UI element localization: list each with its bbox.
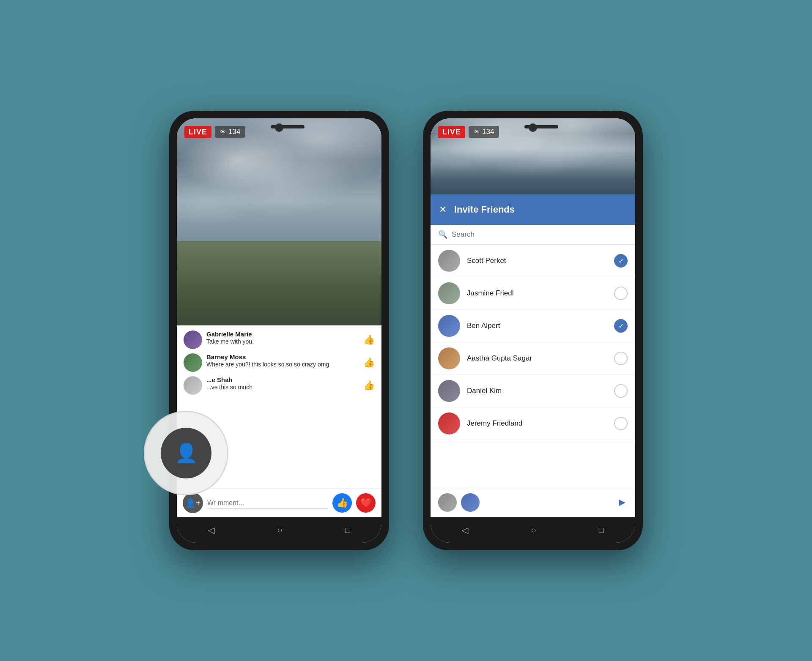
nav-recents[interactable]: □	[345, 525, 350, 535]
selected-avatar-scott	[438, 493, 457, 512]
select-checkbox-ben[interactable]: ✓	[614, 319, 628, 333]
comment-text: Take me with you.	[206, 338, 359, 346]
select-checkbox-scott[interactable]: ✓	[614, 254, 628, 268]
comment-body: Barney Moss Where are you?! this looks s…	[206, 353, 359, 369]
nav-back[interactable]: ◁	[208, 525, 214, 535]
comment-row: Gabrielle Marie Take me with you. 👍	[184, 330, 375, 349]
live-badge: LIVE	[438, 126, 465, 138]
right-phone: LIVE 👁 134 ✕ Invite Friends 🔍 Scott Perk…	[423, 111, 643, 550]
friend-avatar-ben	[438, 315, 460, 337]
comment-name: ...e Shah	[206, 376, 359, 383]
select-checkbox-jeremy[interactable]	[614, 417, 628, 430]
left-phone: LIVE 👁 134 Gabrielle Marie Take me with …	[169, 111, 389, 550]
friend-list: Scott Perket ✓ Jasmine Friedl Ben Alpert…	[431, 245, 635, 487]
live-badge: LIVE	[184, 126, 211, 138]
nav-bar-right: ◁ ○ □	[431, 517, 635, 543]
like-button[interactable]: 👍	[363, 334, 375, 345]
add-friend-big-button[interactable]: 👤	[161, 428, 211, 478]
friend-avatar-aastha	[438, 347, 460, 369]
video-land	[177, 241, 381, 325]
friend-avatar-jeremy	[438, 412, 460, 434]
friend-avatar-scott	[438, 250, 460, 272]
comment-text: ...ve this so much	[206, 383, 359, 392]
like-button[interactable]: 👍	[363, 357, 375, 368]
viewer-count: 👁 134	[469, 126, 499, 138]
invite-title: Invite Friends	[454, 204, 515, 215]
viewer-number: 134	[228, 128, 240, 136]
friend-row-scott[interactable]: Scott Perket ✓	[431, 245, 635, 277]
friend-row-aastha[interactable]: Aastha Gupta Sagar	[431, 342, 635, 375]
nav-recents-right[interactable]: □	[599, 525, 604, 535]
eye-icon: 👁	[220, 128, 226, 135]
friend-avatar-daniel	[438, 380, 460, 402]
avatar	[184, 376, 202, 395]
friend-name-jeremy: Jeremy Friedland	[467, 419, 614, 428]
invite-header: ✕ Invite Friends	[431, 194, 635, 225]
viewer-number: 134	[482, 128, 494, 136]
comment-body: ...e Shah ...ve this so much	[206, 376, 359, 392]
friend-avatar-jasmine	[438, 282, 460, 304]
live-video: LIVE 👁 134	[177, 118, 381, 325]
send-button[interactable]: ►	[617, 496, 628, 509]
comment-text: Where are you?! this looks so so so craz…	[206, 361, 359, 369]
friend-name-jasmine: Jasmine Friedl	[467, 289, 614, 298]
floating-add-friend-overlay: 👤	[144, 411, 228, 495]
thumbs-up-button[interactable]: 👍	[332, 493, 352, 513]
right-phone-screen: LIVE 👁 134 ✕ Invite Friends 🔍 Scott Perk…	[431, 118, 635, 543]
invite-bottom-bar: ►	[431, 487, 635, 517]
comment-row: ...e Shah ...ve this so much 👍	[184, 376, 375, 395]
friend-name-ben: Ben Alpert	[467, 322, 614, 330]
close-button[interactable]: ✕	[439, 204, 447, 215]
avatar	[184, 353, 202, 372]
friend-name-daniel: Daniel Kim	[467, 387, 614, 395]
react-button[interactable]: ❤️	[356, 493, 376, 513]
select-checkbox-aastha[interactable]	[614, 352, 628, 365]
comment-input[interactable]	[207, 497, 328, 509]
comment-body: Gabrielle Marie Take me with you.	[206, 330, 359, 346]
search-icon: 🔍	[438, 230, 447, 239]
like-button[interactable]: 👍	[363, 380, 375, 391]
search-bar: 🔍	[431, 225, 635, 245]
friend-row-jasmine[interactable]: Jasmine Friedl	[431, 277, 635, 310]
select-checkbox-daniel[interactable]	[614, 384, 628, 398]
add-person-icon: 👤	[175, 442, 198, 464]
nav-home[interactable]: ○	[277, 525, 282, 535]
friend-row-daniel[interactable]: Daniel Kim	[431, 375, 635, 407]
add-friend-icon: 👤+	[185, 498, 201, 508]
nav-bar: ◁ ○ □	[177, 517, 381, 543]
friend-name-scott: Scott Perket	[467, 257, 614, 265]
viewer-count: 👁 134	[215, 126, 245, 138]
friend-name-aastha: Aastha Gupta Sagar	[467, 354, 614, 363]
friend-row-jeremy[interactable]: Jeremy Friedland	[431, 407, 635, 440]
friend-row-ben[interactable]: Ben Alpert ✓	[431, 310, 635, 342]
comment-input-bar: 👤+ 👍 ❤️	[177, 488, 381, 517]
nav-back-right[interactable]: ◁	[462, 525, 468, 535]
comment-name: Gabrielle Marie	[206, 330, 359, 338]
selected-avatar-ben	[461, 493, 480, 512]
comment-name: Barney Moss	[206, 353, 359, 361]
add-friend-button[interactable]: 👤+	[183, 493, 203, 513]
eye-icon: 👁	[474, 128, 480, 135]
select-checkbox-jasmine[interactable]	[614, 287, 628, 300]
avatar	[184, 330, 202, 349]
search-input[interactable]	[452, 230, 628, 239]
comment-row: Barney Moss Where are you?! this looks s…	[184, 353, 375, 372]
nav-home-right[interactable]: ○	[531, 525, 536, 535]
live-video-bg: LIVE 👁 134	[431, 118, 635, 194]
